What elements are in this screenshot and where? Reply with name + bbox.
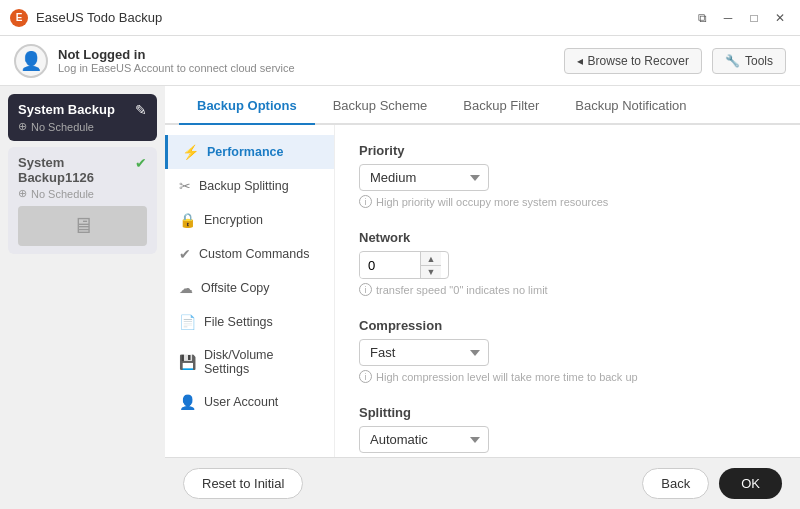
reset-button[interactable]: Reset to Initial bbox=[183, 468, 303, 499]
splitting-setting: Splitting Automatic 650MB 1GB 2GB 4GB Cu… bbox=[359, 405, 776, 457]
right-panel: Backup Options Backup Scheme Backup Filt… bbox=[165, 86, 800, 509]
clock-icon: ⊕ bbox=[18, 120, 27, 133]
sidebar-item-sub: ⊕ No Schedule bbox=[18, 120, 147, 133]
edit-icon[interactable]: ✎ bbox=[135, 102, 147, 118]
titlebar-left: E EaseUS Todo Backup bbox=[10, 9, 162, 27]
arrow-icon: ◂ bbox=[577, 54, 583, 68]
splitting-label: Splitting bbox=[359, 405, 776, 420]
titlebar: E EaseUS Todo Backup ⧉ ─ □ ✕ bbox=[0, 0, 800, 36]
nav-encryption[interactable]: 🔒 Encryption bbox=[165, 203, 334, 237]
content-area: ⚡ Performance ✂ Backup Splitting 🔒 Encry… bbox=[165, 125, 800, 457]
compression-control: None Fast High bbox=[359, 339, 776, 366]
nav-performance[interactable]: ⚡ Performance bbox=[165, 135, 334, 169]
compression-select[interactable]: None Fast High bbox=[359, 339, 489, 366]
file-icon: 📄 bbox=[179, 314, 196, 330]
user-name: Not Logged in bbox=[58, 47, 295, 62]
maximize-button[interactable]: □ bbox=[744, 8, 764, 28]
tab-backup-options[interactable]: Backup Options bbox=[179, 86, 315, 125]
tab-backup-scheme[interactable]: Backup Scheme bbox=[315, 86, 446, 125]
close-button[interactable]: ✕ bbox=[770, 8, 790, 28]
nav-user-account[interactable]: 👤 User Account bbox=[165, 385, 334, 419]
encryption-icon: 🔒 bbox=[179, 212, 196, 228]
nav-offsite-copy[interactable]: ☁ Offsite Copy bbox=[165, 271, 334, 305]
sidebar: System Backup ✎ ⊕ No Schedule System Bac… bbox=[0, 86, 165, 509]
check-icon: ✔ bbox=[135, 155, 147, 171]
tabs: Backup Options Backup Scheme Backup Filt… bbox=[165, 86, 800, 125]
priority-hint: i High priority will occupy more system … bbox=[359, 195, 776, 208]
commands-icon: ✔ bbox=[179, 246, 191, 262]
clock-icon2: ⊕ bbox=[18, 187, 27, 200]
priority-setting: Priority Low Medium High i High priority… bbox=[359, 143, 776, 208]
info-icon2: i bbox=[359, 283, 372, 296]
sidebar-item2-sub: ⊕ No Schedule bbox=[18, 187, 147, 200]
priority-select[interactable]: Low Medium High bbox=[359, 164, 489, 191]
compression-setting: Compression None Fast High i High compre… bbox=[359, 318, 776, 383]
nav-custom-commands[interactable]: ✔ Custom Commands bbox=[165, 237, 334, 271]
main-content: System Backup ✎ ⊕ No Schedule System Bac… bbox=[0, 86, 800, 509]
sidebar-item2-title: System Backup1126 bbox=[18, 155, 135, 185]
nav-disk-volume[interactable]: 💾 Disk/Volume Settings bbox=[165, 339, 334, 385]
tools-icon: 🔧 bbox=[725, 54, 740, 68]
app-title: EaseUS Todo Backup bbox=[36, 10, 162, 25]
user-text: Not Logged in Log in EaseUS Account to c… bbox=[58, 47, 295, 74]
footer: Reset to Initial Back OK bbox=[165, 457, 800, 509]
tab-backup-notification[interactable]: Backup Notification bbox=[557, 86, 704, 125]
disk-icon: 💾 bbox=[179, 354, 196, 370]
thumbnail-placeholder: 🖥 bbox=[18, 206, 147, 246]
sidebar-item-system-backup1126[interactable]: System Backup1126 ✔ ⊕ No Schedule 🖥 bbox=[8, 147, 157, 254]
user-subtitle: Log in EaseUS Account to connect cloud s… bbox=[58, 62, 295, 74]
network-setting: Network ▲ ▼ i transfer speed "0" indicat bbox=[359, 230, 776, 296]
header-actions: ◂ Browse to Recover 🔧 Tools bbox=[564, 48, 786, 74]
avatar: 👤 bbox=[14, 44, 48, 78]
restore-button[interactable]: ⧉ bbox=[692, 8, 712, 28]
priority-control: Low Medium High bbox=[359, 164, 776, 191]
app-logo: E bbox=[10, 9, 28, 27]
network-hint: i transfer speed "0" indicates no limit bbox=[359, 283, 776, 296]
network-input-wrap: ▲ ▼ bbox=[359, 251, 449, 279]
performance-icon: ⚡ bbox=[182, 144, 199, 160]
info-icon: i bbox=[359, 195, 372, 208]
minimize-button[interactable]: ─ bbox=[718, 8, 738, 28]
back-button[interactable]: Back bbox=[642, 468, 709, 499]
splitting-select[interactable]: Automatic 650MB 1GB 2GB 4GB Custom bbox=[359, 426, 489, 453]
offsite-icon: ☁ bbox=[179, 280, 193, 296]
sidebar-item-system-backup[interactable]: System Backup ✎ ⊕ No Schedule bbox=[8, 94, 157, 141]
window-controls: ⧉ ─ □ ✕ bbox=[692, 8, 790, 28]
sidebar-item-title: System Backup bbox=[18, 102, 115, 117]
priority-label: Priority bbox=[359, 143, 776, 158]
compression-hint: i High compression level will take more … bbox=[359, 370, 776, 383]
tools-button[interactable]: 🔧 Tools bbox=[712, 48, 786, 74]
info-icon3: i bbox=[359, 370, 372, 383]
splitting-control: Automatic 650MB 1GB 2GB 4GB Custom bbox=[359, 426, 776, 453]
nav-file-settings[interactable]: 📄 File Settings bbox=[165, 305, 334, 339]
headerbar: 👤 Not Logged in Log in EaseUS Account to… bbox=[0, 36, 800, 86]
splitting-icon: ✂ bbox=[179, 178, 191, 194]
network-decrement[interactable]: ▼ bbox=[421, 265, 441, 278]
network-spinners: ▲ ▼ bbox=[420, 252, 441, 278]
nav-backup-splitting[interactable]: ✂ Backup Splitting bbox=[165, 169, 334, 203]
browse-recover-button[interactable]: ◂ Browse to Recover bbox=[564, 48, 702, 74]
network-increment[interactable]: ▲ bbox=[421, 252, 441, 265]
ok-button[interactable]: OK bbox=[719, 468, 782, 499]
tab-backup-filter[interactable]: Backup Filter bbox=[445, 86, 557, 125]
settings-panel: Priority Low Medium High i High priority… bbox=[335, 125, 800, 457]
footer-right: Back OK bbox=[642, 468, 782, 499]
network-input[interactable] bbox=[360, 253, 420, 278]
footer-left: Reset to Initial bbox=[183, 468, 303, 499]
compression-label: Compression bbox=[359, 318, 776, 333]
drive-icon: 🖥 bbox=[72, 213, 94, 239]
network-control: ▲ ▼ bbox=[359, 251, 776, 279]
user-icon: 👤 bbox=[179, 394, 196, 410]
user-info: 👤 Not Logged in Log in EaseUS Account to… bbox=[14, 44, 295, 78]
left-nav: ⚡ Performance ✂ Backup Splitting 🔒 Encry… bbox=[165, 125, 335, 457]
network-label: Network bbox=[359, 230, 776, 245]
